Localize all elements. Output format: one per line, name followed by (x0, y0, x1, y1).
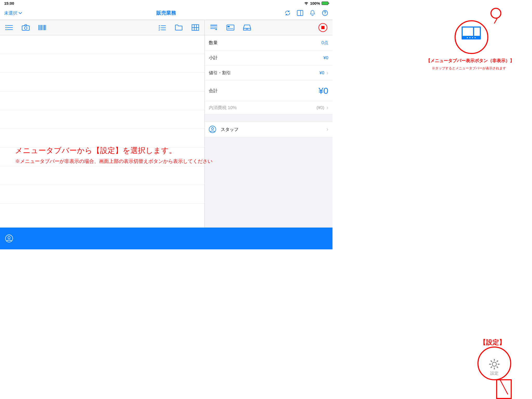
svg-point-8 (5, 29, 6, 30)
annotation-text: ※メニュータブバーが非表示の場合、画面上部の表示切替えボタンから表示してください (15, 158, 212, 165)
selector-dropdown[interactable]: 未選択 (4, 10, 22, 16)
svg-point-35 (8, 237, 10, 239)
drawer-button[interactable] (243, 24, 251, 31)
tax-value: (¥0) (316, 105, 324, 110)
discount-label: 値引・割引 (209, 70, 231, 76)
panel-toggle-button[interactable] (297, 10, 303, 16)
annotation-text: メニュータブバーから【設定】を選択します。 (15, 145, 176, 156)
total-label: 合計 (209, 88, 218, 94)
grid-button[interactable] (191, 24, 199, 31)
total-value: ¥0 (318, 86, 328, 96)
help-button[interactable] (322, 10, 328, 16)
svg-rect-29 (228, 26, 230, 27)
chevron-right-icon: › (327, 104, 328, 111)
battery-percent: 100% (310, 1, 320, 5)
tax-label: 内消費税 10% (209, 105, 237, 111)
staff-label: スタッフ (221, 127, 322, 132)
chevron-right-icon: › (327, 70, 328, 76)
svg-rect-9 (22, 26, 29, 30)
svg-rect-28 (227, 25, 234, 30)
subtotal-value: ¥0 (323, 55, 328, 61)
quantity-label: 数量 (209, 40, 218, 46)
toolbar (0, 20, 332, 35)
total-row: 合計 ¥0 (205, 81, 332, 101)
quantity-row: 数量 0点 (205, 35, 332, 50)
svg-point-6 (5, 25, 6, 26)
record-button[interactable] (318, 23, 327, 32)
status-time: 15:00 (4, 1, 14, 5)
status-right: 100% (304, 1, 328, 5)
svg-point-33 (211, 128, 214, 130)
camera-button[interactable] (22, 24, 30, 31)
discount-value: ¥0 (320, 70, 324, 76)
person-outline-icon (5, 235, 13, 242)
summary-pane: 数量 0点 小計 ¥0 値引・割引 ¥0› 合計 ¥0 内消費税 10% (¥0… (205, 35, 332, 228)
discount-row[interactable]: 値引・割引 ¥0› (205, 65, 332, 81)
tax-row[interactable]: 内消費税 10% (¥0)› (205, 101, 332, 114)
wifi-icon (304, 1, 309, 5)
checkout-bar[interactable] (0, 228, 332, 249)
add-line-button[interactable] (210, 24, 218, 31)
subtotal-row: 小計 ¥0 (205, 50, 332, 65)
chevron-down-icon (18, 12, 22, 14)
folder-button[interactable] (175, 24, 183, 31)
item-list-pane (0, 35, 205, 228)
nav-bar: 未選択 販売業務 (0, 6, 332, 20)
selector-label: 未選択 (4, 10, 17, 16)
barcode-button[interactable] (38, 24, 46, 31)
battery-icon (322, 2, 328, 5)
status-bar: 15:00 100% (0, 0, 332, 6)
subtotal-label: 小計 (209, 55, 218, 61)
person-icon (209, 126, 216, 133)
quantity-value: 0点 (322, 40, 328, 46)
chevron-right-icon: › (327, 126, 328, 133)
svg-rect-0 (297, 10, 303, 16)
list-view-button[interactable] (5, 24, 13, 31)
svg-point-7 (5, 27, 6, 28)
card-button[interactable] (227, 24, 234, 31)
main-area: 数量 0点 小計 ¥0 値引・割引 ¥0› 合計 ¥0 内消費税 10% (¥0… (0, 35, 332, 228)
svg-point-10 (24, 27, 27, 29)
notification-button[interactable] (309, 10, 316, 16)
refresh-button[interactable] (284, 10, 291, 16)
staff-row[interactable]: スタッフ › (205, 122, 332, 137)
checklist-button[interactable] (158, 24, 166, 31)
page-title: 販売業務 (156, 10, 176, 16)
